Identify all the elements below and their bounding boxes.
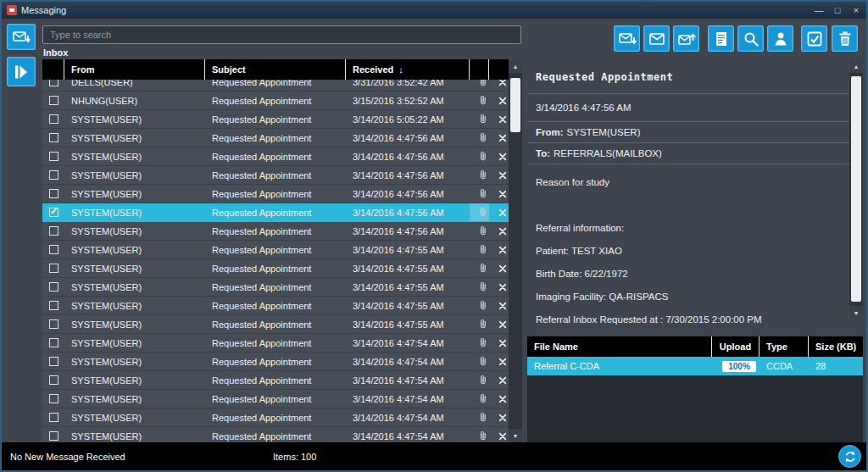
row-delete-cell[interactable] <box>489 185 509 203</box>
row-checkbox-cell[interactable] <box>42 315 64 333</box>
row-checkbox-cell[interactable] <box>42 92 64 109</box>
row-checkbox-cell[interactable] <box>42 259 64 277</box>
receive-message-panel-button[interactable] <box>7 24 36 50</box>
row-attachment-cell[interactable] <box>470 241 489 258</box>
detail-scrollbar[interactable]: ▲ ▼ <box>849 59 863 319</box>
row-attachment-cell[interactable] <box>470 185 489 203</box>
row-attachment-cell[interactable] <box>470 334 489 352</box>
checkbox[interactable] <box>49 133 58 142</box>
checkbox[interactable] <box>49 226 58 236</box>
checkbox[interactable] <box>49 152 58 161</box>
row-delete-cell[interactable] <box>489 353 509 370</box>
checkbox[interactable] <box>49 319 58 329</box>
checkbox[interactable] <box>49 301 58 310</box>
row-delete-cell[interactable] <box>489 92 509 109</box>
inbox-row[interactable]: SYSTEM(USER) Requested Appointment 3/14/… <box>42 222 509 241</box>
checkbox[interactable] <box>49 245 58 254</box>
close-button[interactable]: × <box>851 5 861 15</box>
row-delete-cell[interactable] <box>489 80 509 91</box>
inbox-row[interactable]: SYSTEM(USER) Requested Appointment 3/14/… <box>42 353 509 371</box>
inbox-row[interactable]: SYSTEM(USER) Requested Appointment 3/14/… <box>42 278 509 297</box>
row-checkbox-cell[interactable] <box>42 166 64 184</box>
inbox-row[interactable]: SYSTEM(USER) Requested Appointment 3/14/… <box>42 241 509 259</box>
row-delete-cell[interactable] <box>489 334 509 352</box>
checkbox[interactable] <box>49 357 58 366</box>
header-checkbox-column[interactable] <box>42 59 64 80</box>
inbox-scrollbar-thumb[interactable] <box>510 78 520 132</box>
search-input[interactable] <box>42 25 521 44</box>
row-attachment-cell[interactable] <box>470 371 489 389</box>
inbox-row[interactable]: SYSTEM(USER) Requested Appointment 3/14/… <box>42 371 509 390</box>
checkbox[interactable] <box>49 264 58 273</box>
header-file-name[interactable]: File Name <box>527 336 712 357</box>
checkbox[interactable] <box>49 114 58 124</box>
row-delete-cell[interactable] <box>489 241 509 258</box>
maximize-button[interactable]: □ <box>832 5 843 15</box>
attachment-row[interactable]: Referral C-CDA 100% CCDA 28 <box>527 357 863 375</box>
inbox-row[interactable]: DELLS(USER) Requested Appointment 3/31/2… <box>42 80 509 92</box>
row-delete-cell[interactable] <box>489 110 509 128</box>
expand-panel-button[interactable] <box>7 57 36 86</box>
row-attachment-cell[interactable] <box>470 147 489 165</box>
row-attachment-cell[interactable] <box>470 129 489 147</box>
row-checkbox-cell[interactable] <box>42 241 64 258</box>
row-checkbox-cell[interactable] <box>42 371 64 389</box>
row-checkbox-cell[interactable] <box>42 297 64 314</box>
row-checkbox-cell[interactable] <box>42 334 64 352</box>
row-attachment-cell[interactable] <box>470 203 489 221</box>
row-checkbox-cell[interactable] <box>42 222 64 240</box>
detail-scroll-down-button[interactable]: ▼ <box>849 306 863 319</box>
header-attachment-column[interactable] <box>470 59 489 80</box>
row-delete-cell[interactable] <box>489 297 509 314</box>
header-received[interactable]: Received ↓ <box>346 59 470 80</box>
row-delete-cell[interactable] <box>489 427 509 442</box>
add-contact-button[interactable] <box>767 25 793 52</box>
header-subject[interactable]: Subject <box>205 59 346 80</box>
row-delete-cell[interactable] <box>489 259 509 277</box>
inbox-row[interactable]: NHUNG(USER) Requested Appointment 3/15/2… <box>42 92 509 110</box>
scroll-up-button[interactable]: ▲ <box>509 59 522 73</box>
row-attachment-cell[interactable] <box>470 222 489 240</box>
row-delete-cell[interactable] <box>489 390 509 408</box>
inbox-row[interactable]: SYSTEM(USER) Requested Appointment 3/14/… <box>42 129 509 147</box>
search-messages-button[interactable] <box>737 25 764 52</box>
row-checkbox-cell[interactable] <box>42 427 64 442</box>
row-attachment-cell[interactable] <box>470 315 489 333</box>
row-delete-cell[interactable] <box>489 371 509 389</box>
row-attachment-cell[interactable] <box>470 390 489 408</box>
checkbox[interactable] <box>49 80 58 86</box>
row-attachment-cell[interactable] <box>470 259 489 277</box>
header-delete-column[interactable] <box>489 59 509 80</box>
row-attachment-cell[interactable] <box>470 166 489 184</box>
checkbox[interactable] <box>49 338 58 347</box>
inbox-row[interactable]: SYSTEM(USER) Requested Appointment 3/14/… <box>42 334 509 353</box>
row-checkbox-cell[interactable] <box>42 408 64 426</box>
inbox-row[interactable]: SYSTEM(USER) Requested Appointment 3/14/… <box>42 315 509 334</box>
row-checkbox-cell[interactable] <box>42 129 64 147</box>
inbox-row[interactable]: SYSTEM(USER) Requested Appointment 3/14/… <box>42 203 509 222</box>
inbox-row[interactable]: SYSTEM(USER) Requested Appointment 3/14/… <box>42 185 509 203</box>
row-attachment-cell[interactable] <box>470 297 489 314</box>
row-checkbox-cell[interactable] <box>42 390 64 408</box>
checkbox[interactable] <box>49 208 58 217</box>
report-button[interactable] <box>708 25 734 52</box>
detail-scroll-up-button[interactable]: ▲ <box>849 59 863 73</box>
checkbox[interactable] <box>49 189 58 198</box>
checkbox[interactable] <box>49 170 58 180</box>
row-checkbox-cell[interactable] <box>42 278 64 296</box>
row-delete-cell[interactable] <box>489 166 509 184</box>
row-checkbox-cell[interactable] <box>42 147 64 165</box>
inbox-row[interactable]: SYSTEM(USER) Requested Appointment 3/14/… <box>42 390 509 408</box>
row-checkbox-cell[interactable] <box>42 110 64 128</box>
row-delete-cell[interactable] <box>489 408 509 426</box>
checkbox[interactable] <box>49 375 58 385</box>
row-checkbox-cell[interactable] <box>42 185 64 203</box>
header-size[interactable]: Size (KB) <box>809 336 863 357</box>
row-attachment-cell[interactable] <box>470 80 489 91</box>
inbox-scrollbar[interactable]: ▲ ▼ <box>509 59 522 442</box>
row-delete-cell[interactable] <box>489 129 509 147</box>
row-checkbox-cell[interactable] <box>42 203 64 221</box>
row-attachment-cell[interactable] <box>470 353 489 370</box>
header-from[interactable]: From <box>64 59 205 80</box>
delete-button[interactable] <box>832 25 858 52</box>
